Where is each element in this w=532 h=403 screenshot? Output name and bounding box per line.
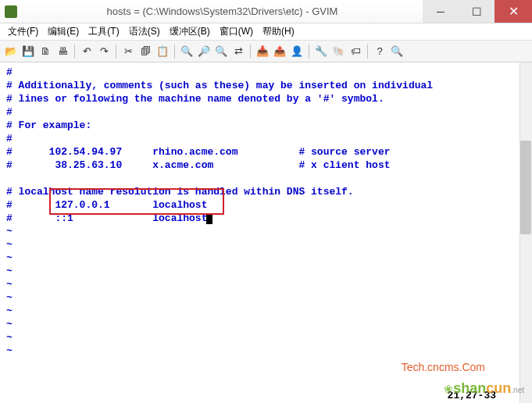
script-icon[interactable]: 👤 <box>289 44 305 59</box>
separator <box>309 45 309 59</box>
minimize-button[interactable]: ─ <box>423 0 459 23</box>
menu-file[interactable]: 文件(F) <box>3 23 43 40</box>
print-icon[interactable]: 🖶 <box>55 44 70 59</box>
maximize-button[interactable]: ☐ <box>459 0 495 23</box>
separator <box>74 45 75 59</box>
menu-buffers[interactable]: 缓冲区(B) <box>165 23 215 40</box>
open-icon[interactable]: 📂 <box>3 44 19 59</box>
replace-icon[interactable]: ⇄ <box>230 44 246 59</box>
tag-icon[interactable]: 🏷 <box>348 44 363 59</box>
menu-edit[interactable]: 编辑(E) <box>43 23 84 40</box>
shell-icon[interactable]: 🐚 <box>330 44 346 59</box>
editor-area: ## Additionally, comments (such as these… <box>0 62 532 403</box>
toolbar: 📂 💾 🗎 🖶 ↶ ↷ ✂ 🗐 📋 🔍 🔎 🔍 ⇄ 📥 📤 👤 🔧 🐚 🏷 ? … <box>0 41 532 62</box>
watermark-text: Tech.cncms.Com <box>402 361 485 373</box>
separator <box>367 45 368 59</box>
vertical-scrollbar[interactable] <box>520 62 532 403</box>
menu-window[interactable]: 窗口(W) <box>215 23 258 40</box>
find-icon[interactable]: 🔍 <box>179 44 195 59</box>
menu-syntax[interactable]: 语法(S) <box>124 23 165 40</box>
paste-icon[interactable]: 📋 <box>155 44 170 59</box>
titlebar: hosts = (C:\Windows\System32\Drivers\etc… <box>0 0 532 23</box>
separator <box>174 45 175 59</box>
save-session-icon[interactable]: 📤 <box>272 44 287 59</box>
redo-icon[interactable]: ↷ <box>96 44 112 59</box>
close-button[interactable]: ✕ <box>495 0 532 23</box>
help-icon[interactable]: ? <box>372 44 387 59</box>
find-next-icon[interactable]: 🔎 <box>196 44 212 59</box>
find-prev-icon[interactable]: 🔍 <box>213 44 229 59</box>
menu-help[interactable]: 帮助(H) <box>258 23 299 40</box>
undo-icon[interactable]: ↶ <box>79 44 95 59</box>
save-icon[interactable]: 💾 <box>20 44 36 59</box>
save-all-icon[interactable]: 🗎 <box>37 44 53 59</box>
gvim-icon <box>5 5 17 18</box>
window-controls: ─ ☐ ✕ <box>423 0 532 23</box>
load-session-icon[interactable]: 📥 <box>255 44 270 59</box>
cut-icon[interactable]: ✂ <box>120 44 136 59</box>
text-buffer[interactable]: ## Additionally, comments (such as these… <box>6 66 518 387</box>
leaf-icon: ❀ <box>444 383 453 395</box>
menu-tools[interactable]: 工具(T) <box>84 23 123 40</box>
make-icon[interactable]: 🔧 <box>313 44 329 59</box>
window-title: hosts = (C:\Windows\System32\Drivers\etc… <box>22 5 423 17</box>
copy-icon[interactable]: 🗐 <box>137 44 153 59</box>
find-help-icon[interactable]: 🔍 <box>389 44 405 59</box>
separator <box>116 45 116 59</box>
menubar: 文件(F) 编辑(E) 工具(T) 语法(S) 缓冲区(B) 窗口(W) 帮助(… <box>0 23 532 41</box>
statusbar: 21,27-33 <box>0 387 520 403</box>
separator <box>250 45 251 59</box>
scroll-thumb[interactable] <box>520 141 531 234</box>
watermark-brand: ❀shancun.net <box>444 380 524 397</box>
